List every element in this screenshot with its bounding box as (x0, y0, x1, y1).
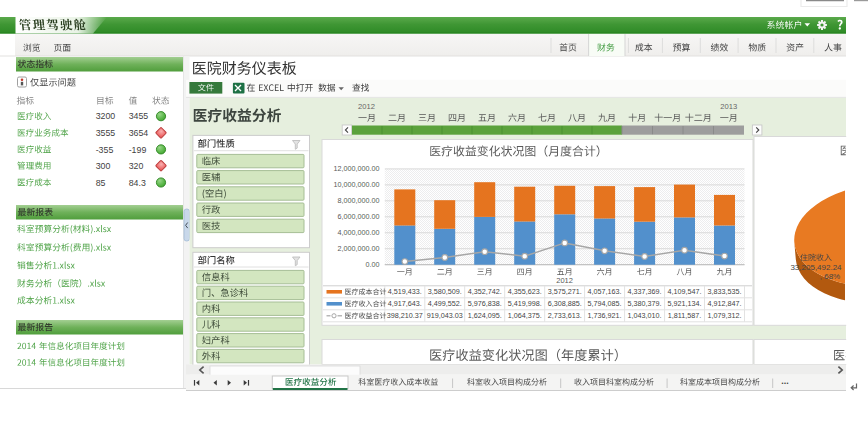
svg-text:4,917,643.: 4,917,643. (388, 299, 422, 308)
svg-text:1,736,921.: 1,736,921. (588, 311, 622, 320)
svg-text:4,519,433.: 4,519,433. (388, 287, 422, 296)
svg-text:8,000,000.00: 8,000,000.00 (337, 196, 379, 205)
svg-text:6,308,885.: 6,308,885. (548, 299, 582, 308)
svg-text:85: 85 (96, 178, 106, 188)
svg-text:1,811,587.: 1,811,587. (668, 311, 701, 320)
svg-text:6,000,000.00: 6,000,000.00 (337, 212, 379, 221)
svg-text:4,352,742.: 4,352,742. (468, 287, 502, 296)
svg-text:1,043,010.: 1,043,010. (628, 311, 662, 320)
svg-text:398,210.37: 398,210.37 (387, 311, 423, 320)
svg-text:5,921,134.: 5,921,134. (668, 299, 702, 308)
svg-text:2012: 2012 (556, 276, 573, 285)
svg-text:4,337,369.: 4,337,369. (628, 287, 662, 296)
svg-text:1,079,312.: 1,079,312. (708, 311, 742, 320)
svg-text:2012: 2012 (358, 102, 375, 111)
svg-text:4,355,623.: 4,355,623. (508, 287, 542, 296)
svg-text:919,043.03: 919,043.03 (427, 311, 463, 320)
svg-text:1,624,095.: 1,624,095. (468, 311, 502, 320)
svg-text:4,499,552.: 4,499,552. (428, 299, 462, 308)
svg-text:...: ... (781, 376, 789, 386)
svg-text:3,575,271.: 3,575,271. (548, 287, 582, 296)
svg-text:5,976,838.: 5,976,838. (468, 299, 502, 308)
svg-text:-199: -199 (129, 145, 147, 155)
svg-text:3,580,509.: 3,580,509. (428, 287, 462, 296)
svg-text:320: 320 (129, 161, 144, 171)
svg-text:3455: 3455 (129, 111, 149, 121)
svg-text:5,380,379.: 5,380,379. (628, 299, 662, 308)
svg-text:4,912,847.: 4,912,847. (708, 299, 742, 308)
svg-text:2013: 2013 (720, 102, 737, 111)
svg-text:3555: 3555 (96, 128, 116, 138)
svg-text:3,833,535.: 3,833,535. (708, 287, 742, 296)
svg-text:3654: 3654 (129, 128, 149, 138)
svg-text:2,733,613.: 2,733,613. (548, 311, 582, 320)
svg-text:, 68%: , 68% (820, 272, 840, 281)
svg-text:84.3: 84.3 (129, 178, 146, 188)
svg-text:4,057,163.: 4,057,163. (588, 287, 622, 296)
svg-text:3200: 3200 (96, 111, 116, 121)
svg-text:5,419,998.: 5,419,998. (508, 299, 542, 308)
svg-text:1,064,375.: 1,064,375. (508, 311, 542, 320)
svg-text:4,109,547.: 4,109,547. (668, 287, 702, 296)
svg-text:4,000,000.00: 4,000,000.00 (337, 228, 379, 237)
svg-text:12,000,000.00: 12,000,000.00 (333, 164, 379, 173)
svg-text:0.00: 0.00 (365, 260, 379, 269)
svg-text:300: 300 (96, 161, 111, 171)
svg-text:-355: -355 (96, 145, 114, 155)
svg-text:2,000,000.00: 2,000,000.00 (337, 244, 379, 253)
svg-text:10,000,000.00: 10,000,000.00 (333, 180, 379, 189)
svg-text:5,794,085.: 5,794,085. (588, 299, 622, 308)
